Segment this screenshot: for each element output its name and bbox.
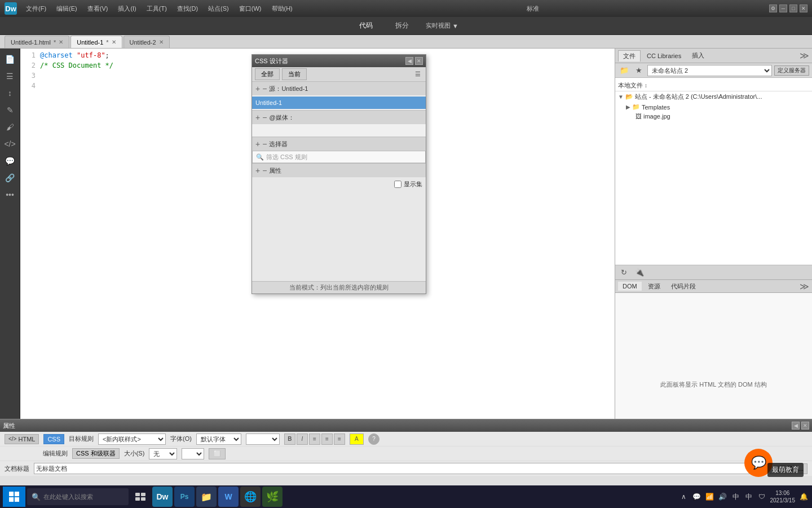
center-align-icon[interactable]: ≡	[321, 433, 333, 445]
font-style-select[interactable]	[246, 433, 280, 445]
right-align-icon[interactable]: ≡	[334, 433, 345, 445]
size-select[interactable]: 无	[149, 448, 177, 459]
tab-close-1[interactable]: ✕	[59, 39, 63, 45]
connect-icon[interactable]: 🔌	[634, 267, 645, 278]
task-view-icon[interactable]	[130, 487, 151, 507]
css-props-add-icon[interactable]: +	[255, 166, 260, 175]
tray-ime-icon[interactable]: 中	[743, 491, 754, 502]
css-media-add-icon[interactable]: +	[255, 113, 260, 122]
tray-security-icon[interactable]: 🛡	[756, 491, 767, 502]
right-tab-cc[interactable]: CC Libraries	[642, 51, 686, 60]
sidebar-more-icon[interactable]: •••	[2, 187, 18, 203]
size-unit-select[interactable]	[182, 448, 204, 459]
right-tab2-dom[interactable]: DOM	[618, 282, 642, 291]
menu-site[interactable]: 站点(S)	[204, 3, 233, 15]
menu-edit[interactable]: 编辑(E)	[52, 3, 82, 15]
tray-up-icon[interactable]: ∧	[678, 491, 690, 502]
sidebar-link-icon[interactable]: 🔗	[2, 170, 18, 186]
html-tab-btn[interactable]: </> HTML	[5, 434, 39, 444]
right-tab2-assets[interactable]: 资源	[643, 281, 665, 292]
css-props-minus-icon[interactable]: −	[262, 166, 267, 175]
css-designer-collapse[interactable]: ◀	[405, 57, 413, 65]
right-tab-file[interactable]: 文件	[618, 50, 641, 62]
color-icon[interactable]: A	[350, 433, 364, 445]
bold-icon[interactable]: B	[284, 433, 295, 445]
right-panel2-expand[interactable]: ≫	[800, 281, 809, 292]
sidebar-arrow-icon[interactable]: ↕	[2, 85, 18, 101]
tab-untitled1html[interactable]: Untitled-1.html * ✕	[5, 36, 69, 48]
properties-collapse[interactable]: ◀	[792, 422, 800, 430]
site-select[interactable]: 未命名站点 2	[647, 65, 772, 76]
help-icon[interactable]: ?	[368, 433, 379, 445]
menu-window[interactable]: 窗口(W)	[235, 3, 266, 15]
menu-tools[interactable]: 工具(T)	[142, 3, 171, 15]
tray-lang-icon[interactable]: 中	[730, 491, 742, 502]
menu-find[interactable]: 查找(D)	[173, 3, 202, 15]
settings-icon[interactable]: ⚙	[769, 5, 777, 12]
menu-help[interactable]: 帮助(H)	[267, 3, 297, 15]
css-tab-btn[interactable]: CSS	[43, 434, 64, 444]
css-source-minus-icon[interactable]: −	[262, 84, 267, 93]
maximize-button[interactable]: □	[789, 5, 797, 12]
tab-untitled2[interactable]: Untitled-2 ✕	[123, 36, 170, 48]
sidebar-nav-icon[interactable]: ☰	[2, 68, 18, 84]
font-select[interactable]: 默认字体	[196, 433, 241, 445]
star-icon[interactable]: ★	[633, 65, 645, 76]
code-editor-area[interactable]: 1 @charset "utf-8"; 2 /* CSS Document */…	[20, 49, 615, 476]
css-media-minus-icon[interactable]: −	[262, 113, 267, 122]
notification-icon[interactable]: 🔔	[798, 491, 809, 502]
taskbar-search[interactable]: 🔍 在此处键入以搜索	[27, 488, 129, 505]
view-code-btn[interactable]: 代码	[354, 19, 378, 33]
right-tab2-snippets[interactable]: 代码片段	[667, 281, 700, 292]
css-designer-menu-icon[interactable]: ☰	[413, 69, 423, 80]
css-selector-add-icon[interactable]: +	[255, 139, 260, 148]
folder-icon[interactable]: 📁	[618, 65, 630, 76]
taskbar-explorer[interactable]: 📁	[196, 487, 217, 507]
italic-icon[interactable]: I	[297, 433, 308, 445]
css-selector-minus-icon[interactable]: −	[262, 139, 267, 148]
view-split-btn[interactable]: 拆分	[390, 19, 414, 33]
css-source-item[interactable]: Untitled-1	[252, 97, 426, 109]
refresh-icon[interactable]: ↻	[618, 267, 629, 278]
tree-root[interactable]: ▼ 📂 站点 - 未命名站点 2 (C:\Users\Administrator…	[615, 91, 812, 102]
css-cascade-btn[interactable]: CSS 和级联器	[72, 448, 120, 459]
taskbar-chrome[interactable]: 🌐	[240, 487, 261, 507]
css-show-set-checkbox[interactable]	[394, 181, 401, 188]
sidebar-code-icon[interactable]: </>	[2, 136, 18, 152]
close-button[interactable]: ✕	[800, 5, 807, 12]
tray-chat-icon[interactable]: 💬	[691, 491, 703, 502]
right-panel-expand[interactable]: ≫	[800, 50, 809, 61]
menu-insert[interactable]: 插入(I)	[113, 3, 140, 15]
css-current-btn[interactable]: 当前	[282, 68, 307, 80]
minimize-button[interactable]: ─	[779, 5, 787, 12]
start-button[interactable]	[3, 487, 25, 507]
taskbar-dw[interactable]: Dw	[152, 487, 173, 507]
text-box-icon[interactable]: ⬜	[209, 448, 226, 459]
sidebar-comment-icon[interactable]: 💬	[2, 153, 18, 169]
sidebar-brush-icon[interactable]: 🖌	[2, 119, 18, 135]
tray-network-icon[interactable]: 📶	[704, 491, 716, 502]
tree-templates[interactable]: ▶ 📁 Templates	[623, 102, 812, 112]
taskbar-ps[interactable]: Ps	[174, 487, 195, 507]
sidebar-file-icon[interactable]: 📄	[2, 51, 18, 67]
view-live-dropdown[interactable]: 实时视图 ▼	[426, 21, 458, 30]
left-align-icon[interactable]: ≡	[309, 433, 320, 445]
tab-close-3[interactable]: ✕	[159, 39, 164, 45]
css-designer-close[interactable]: ✕	[415, 57, 423, 65]
right-tab-insert[interactable]: 插入	[687, 50, 709, 61]
tray-volume-icon[interactable]: 🔊	[717, 491, 729, 502]
taskbar-app6[interactable]: 🌿	[262, 487, 283, 507]
css-source-add-icon[interactable]: +	[255, 84, 260, 93]
css-all-btn[interactable]: 全部	[255, 68, 280, 80]
tab-untitled1[interactable]: Untitled-1 * ✕	[70, 36, 122, 48]
tab-close-2[interactable]: ✕	[112, 39, 116, 45]
properties-close[interactable]: ✕	[801, 422, 809, 430]
sidebar-tool-icon[interactable]: ✎	[2, 102, 18, 118]
taskbar-word[interactable]: W	[218, 487, 239, 507]
menu-view[interactable]: 查看(V)	[83, 3, 113, 15]
define-server-btn[interactable]: 定义服务器	[774, 65, 809, 76]
target-rule-select[interactable]: <新内联样式>	[98, 433, 166, 445]
tree-image[interactable]: 🖼 image.jpg	[623, 112, 812, 121]
menu-file[interactable]: 文件(F)	[21, 3, 51, 15]
doc-title-input[interactable]	[34, 463, 761, 474]
